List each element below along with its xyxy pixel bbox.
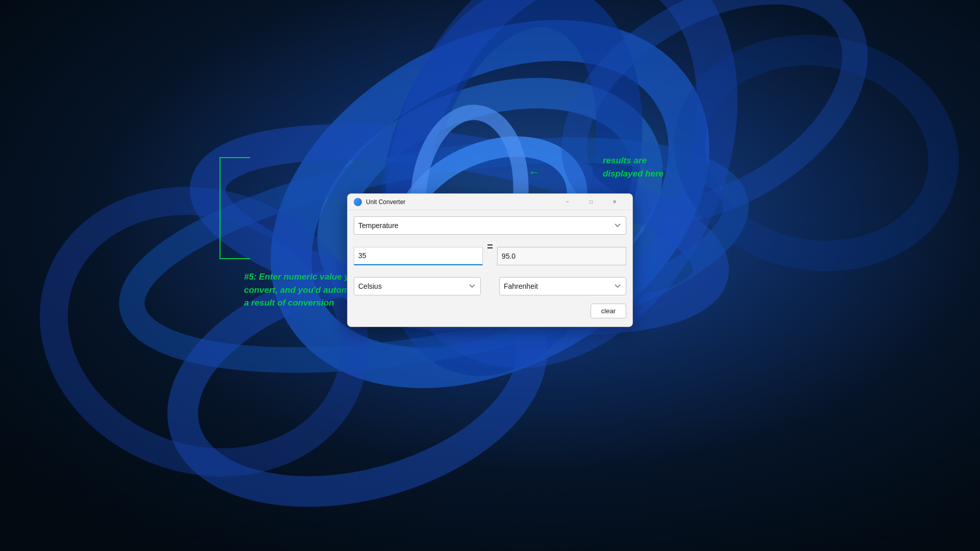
window-title: Unit Converter	[366, 198, 556, 206]
from-unit-select[interactable]: Celsius Fahrenheit Kelvin	[354, 277, 481, 295]
output-section: 95.0	[497, 247, 626, 265]
desktop: #5: Enter numeric value you want to conv…	[0, 0, 980, 551]
from-unit-container: Celsius Fahrenheit Kelvin	[354, 275, 481, 295]
titlebar: Unit Converter − □ ✕	[348, 194, 632, 210]
to-unit-container: Fahrenheit Celsius Kelvin	[499, 275, 626, 295]
category-select[interactable]: Temperature Length Weight Volume Area Sp…	[354, 216, 626, 235]
svg-point-10	[17, 159, 392, 504]
annotation-text-right: results are displayed here	[603, 154, 664, 180]
output-value: 95.0	[497, 247, 626, 265]
conversion-row: = 95.0	[354, 241, 626, 271]
app-icon	[354, 198, 362, 206]
window-container: Unit Converter − □ ✕ Temperature Length …	[347, 193, 633, 327]
titlebar-controls: − □ ✕	[556, 194, 626, 210]
input-value[interactable]	[354, 247, 483, 265]
maximize-button[interactable]: □	[579, 194, 603, 210]
annotation-bracket-left	[219, 157, 250, 259]
window-content: Temperature Length Weight Volume Area Sp…	[348, 210, 632, 327]
equals-sign: =	[483, 241, 497, 253]
minimize-button[interactable]: −	[556, 194, 579, 210]
close-button[interactable]: ✕	[603, 194, 626, 210]
unit-converter-window: Unit Converter − □ ✕ Temperature Length …	[347, 193, 633, 327]
svg-point-12	[673, 31, 960, 276]
input-section	[354, 247, 483, 265]
buttons-row: clear	[354, 304, 626, 320]
unit-selectors-row: Celsius Fahrenheit Kelvin Fahrenheit Cel…	[354, 275, 626, 295]
clear-button[interactable]: clear	[591, 304, 626, 318]
to-unit-select[interactable]: Fahrenheit Celsius Kelvin	[499, 277, 626, 295]
annotation-arrow-right: ←	[529, 166, 540, 179]
